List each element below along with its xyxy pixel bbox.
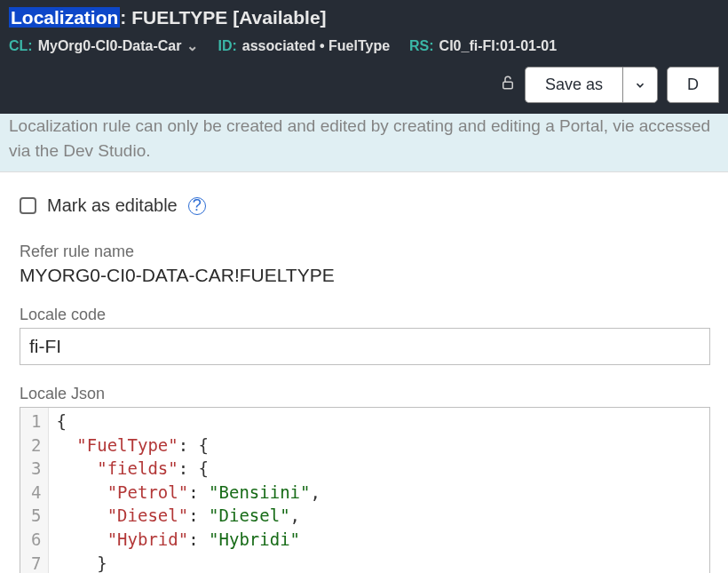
code-gutter: 1234567 <box>20 408 49 573</box>
extra-button[interactable]: D <box>667 67 719 103</box>
chevron-down-icon[interactable]: ⌄ <box>186 37 198 54</box>
save-as-dropdown[interactable] <box>622 67 658 103</box>
id-key: ID: <box>218 38 236 54</box>
content-area: Mark as editable ? Refer rule name MYORG… <box>0 172 728 573</box>
page-title: Localization: FUELTYPE [Available] <box>9 7 719 28</box>
header-bar: Localization: FUELTYPE [Available] CL: M… <box>0 0 728 114</box>
info-banner: Localization rule can only be created an… <box>0 114 728 172</box>
locale-code-input[interactable]: fi-FI <box>20 328 710 365</box>
help-icon[interactable]: ? <box>188 197 206 215</box>
save-as-button[interactable]: Save as <box>525 67 622 103</box>
toolbar: Save as D <box>9 67 719 103</box>
lock-icon[interactable] <box>500 75 516 95</box>
cl-key: CL: <box>9 38 33 54</box>
title-prefix: Localization <box>9 7 120 28</box>
title-name: FUELTYPE <box>131 7 227 28</box>
cl-value[interactable]: MyOrg0-CI0-Data-Car <box>38 38 182 54</box>
svg-rect-0 <box>503 82 513 89</box>
id-value: associated • FuelType <box>242 38 390 54</box>
rs-value: CI0_fi-FI:01-01-01 <box>439 38 558 54</box>
refer-rule-value: MYORG0-CI0-DATA-CAR!FUELTYPE <box>20 265 710 286</box>
locale-json-editor[interactable]: 1234567 { "FuelType": { "fields": { "Pet… <box>20 407 710 573</box>
rs-key: RS: <box>409 38 434 54</box>
meta-row: CL: MyOrg0-CI0-Data-Car ⌄ ID: associated… <box>9 37 719 54</box>
locale-json-label: Locale Json <box>20 385 710 403</box>
save-as-button-group: Save as <box>525 67 658 103</box>
title-status: [Available] <box>233 7 326 28</box>
mark-editable-row[interactable]: Mark as editable ? <box>20 195 710 216</box>
code-body[interactable]: { "FuelType": { "fields": { "Petrol": "B… <box>49 408 327 573</box>
refer-rule-label: Refer rule name <box>20 243 710 261</box>
locale-code-label: Locale code <box>20 306 710 324</box>
mark-editable-label: Mark as editable <box>47 195 178 216</box>
mark-editable-checkbox[interactable] <box>20 197 36 214</box>
